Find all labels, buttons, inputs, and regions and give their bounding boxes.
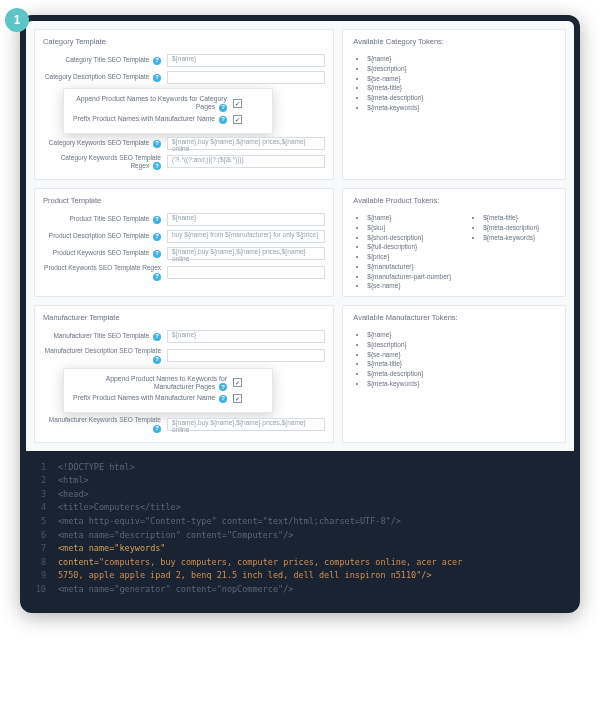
manufacturer-prefix-label: Prefix Product Names with Manufacturer N…	[72, 394, 227, 403]
forms-area: Category Template Category Title SEO Tem…	[26, 21, 574, 451]
category-regex-label: Category Keywords SEO Template Regex ?	[43, 154, 161, 170]
category-append-label: Append Product Names to Keywords for Cat…	[72, 95, 227, 112]
help-icon[interactable]: ?	[153, 273, 161, 281]
manufacturer-keywords-input[interactable]: ${name},buy ${name},${name} prices,${nam…	[167, 418, 325, 431]
category-popout: Append Product Names to Keywords for Cat…	[63, 88, 273, 134]
manufacturer-desc-label: Manufacturer Description SEO Template ?	[43, 347, 161, 363]
category-desc-label: Category Description SEO Template ?	[43, 73, 161, 82]
help-icon[interactable]: ?	[153, 216, 161, 224]
code-line: <meta name="description" content="Comput…	[58, 529, 293, 543]
token-item: ${description}	[367, 340, 555, 350]
category-form: Category Template Category Title SEO Tem…	[34, 29, 334, 180]
token-item: ${name}	[367, 330, 555, 340]
code-line: <html>	[58, 474, 89, 488]
line-number: 7	[32, 542, 46, 556]
token-item: ${meta-title}	[483, 213, 539, 223]
category-title: Category Template	[43, 37, 325, 46]
help-icon[interactable]: ?	[153, 356, 161, 364]
manufacturer-tokens-title: Available Manufacturer Tokens:	[353, 313, 555, 322]
product-keywords-label: Product Keywords SEO Template ?	[43, 249, 161, 258]
token-item: ${price}	[367, 252, 451, 262]
manufacturer-desc-input[interactable]	[167, 349, 325, 362]
manufacturer-prefix-checkbox[interactable]	[233, 394, 242, 403]
category-regex-input[interactable]: (?!.*((?:and,)|(?:($|\$.*))))	[167, 155, 325, 168]
manufacturer-append-label: Append Product Names to Keywords for Man…	[72, 375, 227, 392]
category-prefix-checkbox[interactable]	[233, 115, 242, 124]
manufacturer-title-label: Manufacturer Title SEO Template ?	[43, 332, 161, 341]
line-number: 8	[32, 556, 46, 570]
line-number: 2	[32, 474, 46, 488]
manufacturer-append-checkbox[interactable]	[233, 378, 242, 387]
product-form: Product Template Product Title SEO Templ…	[34, 188, 334, 297]
line-number: 3	[32, 488, 46, 502]
category-keywords-label: Category Keywords SEO Template ?	[43, 139, 161, 148]
help-icon[interactable]: ?	[219, 116, 227, 124]
help-icon[interactable]: ?	[153, 425, 161, 433]
token-item: ${meta-keywords}	[367, 379, 555, 389]
product-token-list-a: ${name} ${sku} ${short-description} ${fu…	[353, 213, 451, 291]
manufacturer-form: Manufacturer Template Manufacturer Title…	[34, 305, 334, 443]
line-number: 1	[32, 461, 46, 475]
help-icon[interactable]: ?	[219, 383, 227, 391]
category-title-label: Category Title SEO Template ?	[43, 56, 161, 65]
code-line: <title>Computers</title>	[58, 501, 181, 515]
category-title-input[interactable]: ${name}	[167, 54, 325, 67]
category-desc-input[interactable]	[167, 71, 325, 84]
code-line: <head>	[58, 488, 89, 502]
help-icon[interactable]: ?	[153, 74, 161, 82]
product-regex-input[interactable]	[167, 266, 325, 279]
category-prefix-label: Prefix Product Names with Manufacturer N…	[72, 115, 227, 124]
token-item: ${meta-title}	[367, 83, 555, 93]
token-item: ${meta-description}	[367, 93, 555, 103]
code-line: <meta http-equiv="Content-type" content=…	[58, 515, 401, 529]
product-desc-input[interactable]: buy ${name} from ${manufacturer} for onl…	[167, 230, 325, 243]
product-desc-label: Product Description SEO Template ?	[43, 232, 161, 241]
product-title-input[interactable]: ${name}	[167, 213, 325, 226]
code-output: 1<!DOCTYPE html> 2<html> 3<head> 4<title…	[26, 451, 574, 601]
token-item: ${meta-description}	[483, 223, 539, 233]
token-item: ${name}	[367, 213, 451, 223]
help-icon[interactable]: ?	[219, 395, 227, 403]
token-item: ${se-name}	[367, 281, 451, 291]
token-item: ${name}	[367, 54, 555, 64]
product-title: Product Template	[43, 196, 325, 205]
help-icon[interactable]: ?	[153, 250, 161, 258]
manufacturer-keywords-label: Manufacturer Keywords SEO Template ?	[43, 416, 161, 432]
product-title-label: Product Title SEO Template ?	[43, 215, 161, 224]
category-keywords-input[interactable]: ${name},buy ${name},${name} prices,${nam…	[167, 137, 325, 150]
help-icon[interactable]: ?	[153, 333, 161, 341]
main-panel: Category Template Category Title SEO Tem…	[20, 15, 580, 613]
manufacturer-tokens: Available Manufacturer Tokens: ${name} $…	[342, 305, 566, 443]
help-icon[interactable]: ?	[219, 104, 227, 112]
manufacturer-section: Manufacturer Template Manufacturer Title…	[34, 305, 566, 443]
help-icon[interactable]: ?	[153, 57, 161, 65]
code-line: content="computers, buy computers, compu…	[58, 556, 462, 570]
manufacturer-title-input[interactable]: ${name}	[167, 330, 325, 343]
category-tokens: Available Category Tokens: ${name} ${des…	[342, 29, 566, 180]
line-number: 6	[32, 529, 46, 543]
help-icon[interactable]: ?	[153, 233, 161, 241]
product-keywords-input[interactable]: ${name},buy ${name},${name} prices,${nam…	[167, 247, 325, 260]
token-item: ${meta-keywords}	[483, 233, 539, 243]
category-tokens-title: Available Category Tokens:	[353, 37, 555, 46]
code-line: <!DOCTYPE html>	[58, 461, 135, 475]
category-section: Category Template Category Title SEO Tem…	[34, 29, 566, 180]
line-number: 10	[32, 583, 46, 597]
token-item: ${short-description}	[367, 233, 451, 243]
help-icon[interactable]: ?	[153, 162, 161, 170]
category-append-checkbox[interactable]	[233, 99, 242, 108]
manufacturer-title: Manufacturer Template	[43, 313, 325, 322]
line-number: 4	[32, 501, 46, 515]
manufacturer-token-list: ${name} ${description} ${se-name} ${meta…	[353, 330, 555, 389]
token-item: ${full-description}	[367, 242, 451, 252]
code-line: <meta name="keywords"	[58, 542, 165, 556]
code-line: 5750, apple apple ipad 2, benq 21.5 inch…	[58, 569, 432, 583]
product-regex-label: Product Keywords SEO Template Regex ?	[43, 264, 161, 280]
help-icon[interactable]: ?	[153, 140, 161, 148]
category-token-list: ${name} ${description} ${se-name} ${meta…	[353, 54, 555, 113]
token-item: ${se-name}	[367, 350, 555, 360]
token-item: ${description}	[367, 64, 555, 74]
product-token-list-b: ${meta-title} ${meta-description} ${meta…	[469, 213, 539, 291]
token-item: ${meta-keywords}	[367, 103, 555, 113]
product-tokens-title: Available Product Tokens:	[353, 196, 555, 205]
